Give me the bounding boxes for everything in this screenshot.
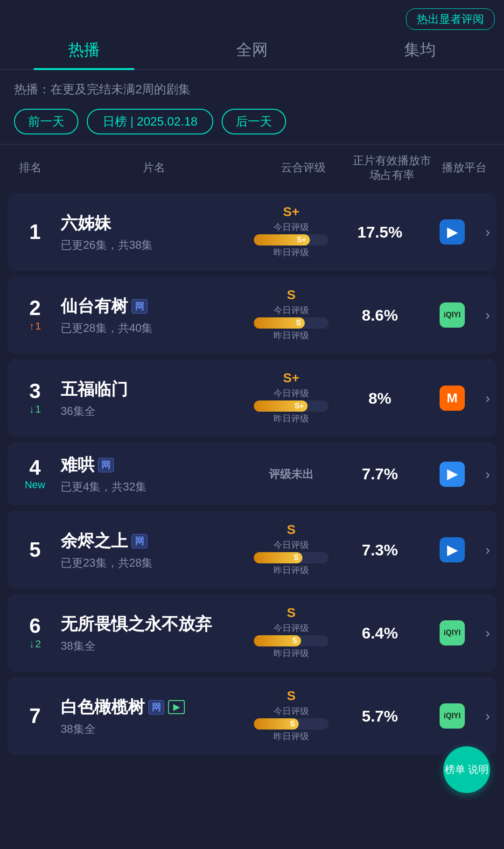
chevron-right-icon[interactable]: › (485, 390, 490, 406)
platform-icon-youku: ▶ (440, 462, 465, 487)
tab-hot[interactable]: 热播 (0, 39, 168, 69)
market-share: 7.7% (338, 465, 422, 483)
rank-block: 2 1 (14, 298, 56, 332)
platform-icon-tencent: ▶ (440, 219, 465, 245)
today-bar-label: S (290, 720, 295, 728)
chevron-right-icon[interactable]: › (485, 466, 490, 482)
yesterday-label: 昨日评级 (254, 330, 329, 342)
today-bar-fill: S (254, 317, 305, 329)
rating-grade: S+ (283, 371, 299, 386)
platform-block: ▶ (422, 462, 483, 487)
today-bar-fill: S+ (254, 400, 308, 412)
today-bar-label: S (296, 319, 301, 327)
col-rating-label: 云合评级 (257, 160, 350, 175)
today-bar-fill: S (254, 635, 301, 646)
rank-block: 5 (14, 540, 56, 560)
rank-change-up: 1 (29, 320, 41, 332)
col-platform-label: 播放平台 (434, 160, 495, 175)
yesterday-label: 昨日评级 (254, 246, 329, 259)
next-day-button[interactable]: 后一天 (222, 109, 286, 134)
show-episodes: 已更26集，共38集 (61, 238, 240, 253)
net-badge: 网 (98, 458, 114, 472)
rating-chart: 今日评级 S+ 昨日评级 (254, 221, 329, 260)
platform-block: ▶ (422, 219, 483, 245)
rating-grade: S (287, 605, 296, 620)
chevron-right-icon[interactable]: › (485, 625, 490, 641)
rank-number: 7 (29, 706, 41, 726)
rank-block: 6 2 (14, 616, 56, 650)
description-text: 热播：在更及完结未满2周的剧集 (0, 70, 504, 105)
today-bar-label: S (292, 637, 297, 645)
rank-new: New (25, 479, 45, 491)
show-episodes: 已更23集，共28集 (61, 555, 240, 570)
list-item[interactable]: 6 2 无所畏惧之永不放弃 38集全 S 今日评级 S 昨日评级 (7, 594, 497, 672)
today-bar-fill: S+ (254, 234, 310, 246)
rank-block: 7 (14, 706, 56, 726)
today-bar-label: S (294, 554, 299, 562)
rating-block: S 今日评级 S 昨日评级 (245, 605, 338, 660)
prev-day-button[interactable]: 前一天 (14, 109, 78, 134)
list-item[interactable]: 1 六姊妹 已更26集，共38集 S+ 今日评级 S+ 昨日评级 (7, 193, 497, 271)
top-button[interactable]: 热出显者评阅 (406, 8, 495, 30)
chevron-right-icon[interactable]: › (485, 307, 490, 323)
rating-grade: S (287, 688, 296, 703)
tab-avg[interactable]: 集均 (336, 39, 504, 69)
market-share: 8% (338, 389, 422, 407)
show-episodes: 38集全 (61, 722, 240, 737)
chevron-right-icon[interactable]: › (485, 542, 490, 558)
col-name-label: 片名 (51, 160, 257, 175)
rank-number: 5 (29, 540, 41, 560)
today-label: 今日评级 (254, 387, 329, 400)
list-item[interactable]: 7 白色橄榄树网▶ 38集全 S 今日评级 S 昨日评级 (7, 677, 497, 755)
date-nav: 前一天 日榜 | 2025.02.18 后一天 (0, 105, 504, 144)
today-bar: S+ (254, 400, 329, 412)
show-title: 难哄网 (61, 454, 240, 477)
today-label: 今日评级 (254, 705, 329, 717)
col-market-label: 正片有效播放市场占有率 (350, 153, 434, 182)
show-list: 1 六姊妹 已更26集，共38集 S+ 今日评级 S+ 昨日评级 (0, 193, 504, 755)
today-label: 今日评级 (254, 539, 329, 551)
platform-icon-mango: M (440, 386, 465, 411)
name-block: 仙台有树网 已更28集，共40集 (56, 295, 245, 336)
name-block: 无所畏惧之永不放弃 38集全 (56, 613, 245, 653)
show-episodes: 36集全 (61, 404, 240, 419)
name-block: 白色橄榄树网▶ 38集全 (56, 696, 245, 737)
platform-icon-tencent: ▶ (440, 537, 465, 562)
chevron-right-icon[interactable]: › (485, 224, 490, 240)
tab-all[interactable]: 全网 (168, 39, 336, 69)
net-badge: 网 (132, 299, 147, 314)
rating-chart: 今日评级 S+ 昨日评级 (254, 387, 329, 426)
market-share: 8.6% (338, 306, 422, 324)
list-item[interactable]: 4 New 难哄网 已更4集，共32集 评级未出 7.7% ▶ › (7, 442, 497, 505)
platform-block: iQIYI (422, 302, 483, 328)
rank-number: 3 (29, 381, 41, 401)
rank-block: 3 1 (14, 381, 56, 415)
name-block: 六姊妹 已更26集，共38集 (56, 212, 245, 253)
tab-bar: 热播 全网 集均 (0, 30, 504, 70)
rating-block: S 今日评级 S 昨日评级 (245, 288, 338, 343)
market-share: 5.7% (338, 707, 422, 725)
platform-block: ▶ (422, 537, 483, 562)
column-headers: 排名 片名 云合评级 正片有效播放市场占有率 播放平台 (0, 145, 504, 188)
rating-chart: 今日评级 S 昨日评级 (254, 539, 329, 577)
yesterday-label: 昨日评级 (254, 647, 329, 660)
list-info-button[interactable]: 榜单 说明 (443, 746, 490, 793)
rating-block: S 今日评级 S 昨日评级 (245, 522, 338, 577)
today-bar: S (254, 317, 329, 329)
list-item[interactable]: 3 1 五福临门 36集全 S+ 今日评级 S+ 昨日评级 (7, 359, 497, 437)
list-item[interactable]: 5 余烬之上网 已更23集，共28集 S 今日评级 S 昨日评级 (7, 511, 497, 589)
today-bar-label: S+ (294, 402, 304, 410)
net-badge: 网 (132, 534, 147, 548)
chevron-right-icon[interactable]: › (485, 708, 490, 724)
rating-grade: S (287, 522, 296, 537)
yesterday-label: 昨日评级 (254, 413, 329, 425)
today-bar-fill: S (254, 552, 302, 563)
rating-block: S 今日评级 S 昨日评级 (245, 688, 338, 744)
list-item[interactable]: 2 1 仙台有树网 已更28集，共40集 S 今日评级 S 昨日评级 (7, 276, 497, 354)
rank-number: 1 (29, 222, 41, 242)
show-title: 仙台有树网 (61, 295, 240, 318)
rating-block: S+ 今日评级 S+ 昨日评级 (245, 204, 338, 260)
date-current: 日榜 | 2025.02.18 (87, 109, 213, 134)
col-rank-label: 排名 (9, 160, 51, 175)
rating-chart: 今日评级 S 昨日评级 (254, 622, 329, 660)
